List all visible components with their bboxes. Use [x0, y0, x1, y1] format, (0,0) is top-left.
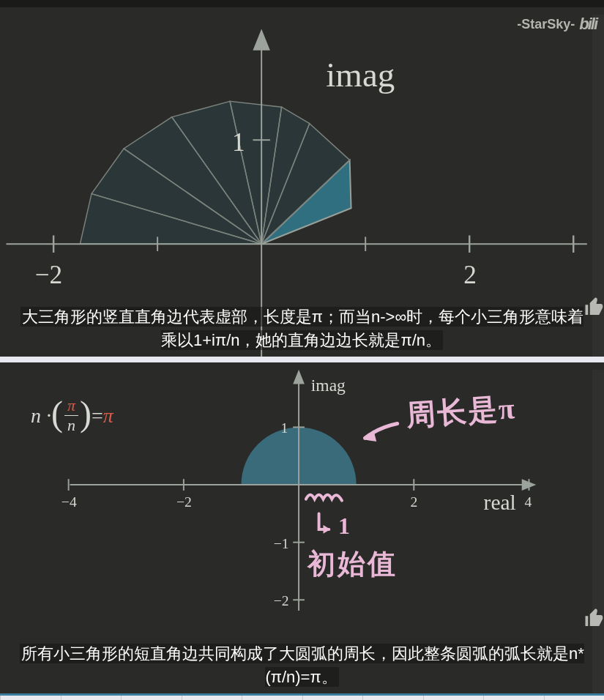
top-caption: 大三角形的竖直直角边代表虚部，长度是π；而当n->∞时，每个小三角形意味着乘以1…	[0, 305, 604, 352]
thumbs-up-icon[interactable]	[584, 608, 604, 635]
annotation-initial-value: 初始值	[307, 546, 398, 583]
y-tick-1-label: 1	[232, 128, 245, 157]
top-plot: imag 1 −2 2	[0, 7, 604, 357]
y-neg2-label: −2	[274, 592, 289, 608]
formula: n · ( π n ) = π	[31, 398, 113, 433]
triangle-fan	[80, 101, 351, 244]
squiggle-icon	[306, 495, 342, 501]
x-neg2-label: −2	[176, 494, 192, 510]
bilibili-logo-icon: bili	[579, 15, 597, 34]
fraction: π n	[64, 398, 78, 433]
y-axis-arrow-icon	[253, 29, 270, 50]
y-axis-arrow-icon	[293, 370, 305, 384]
y-neg1-label: −1	[274, 535, 289, 551]
x-pos4-label: 4	[525, 494, 532, 510]
formula-pi-result: π	[103, 404, 113, 428]
real-label: real	[484, 491, 516, 514]
paren-close-icon: )	[80, 400, 92, 428]
watermark: -StarSky- bili	[517, 15, 597, 34]
formula-equals: =	[92, 404, 103, 428]
fraction-numerator: π	[64, 398, 78, 416]
bottom-caption: 所有小三角形的短直角边共同构成了大圆弧的周长，因此整条圆弧的弧长就是n*(π/n…	[0, 642, 604, 689]
imag-label: imag	[311, 376, 346, 395]
x-tick-pos2-label: 2	[463, 261, 477, 289]
fraction-denominator: n	[67, 416, 75, 433]
y-pos1-label: 1	[281, 420, 288, 436]
annotation-one: 1	[338, 513, 350, 540]
l-arrowhead-icon	[323, 525, 330, 534]
top-panel: -StarSky- bili imag 1 −2 2	[0, 0, 604, 357]
x-pos2-label: 2	[410, 494, 417, 510]
grid-marks	[0, 693, 604, 700]
bottom-panel: imag real −4 −2 2 4 1 −1 −2 n · ( π n ) …	[0, 357, 604, 693]
x-neg4-label: −4	[61, 494, 77, 510]
thumbs-up-icon[interactable]	[584, 297, 604, 324]
imag-label: imag	[326, 56, 395, 94]
author-name: -StarSky-	[517, 17, 575, 32]
x-tick-neg2-label: −2	[35, 261, 63, 289]
bottom-strip	[0, 693, 604, 700]
formula-n: n ·	[31, 404, 51, 428]
paren-open-icon: (	[51, 400, 63, 428]
annotation-circumference: 周长是π	[405, 388, 517, 436]
